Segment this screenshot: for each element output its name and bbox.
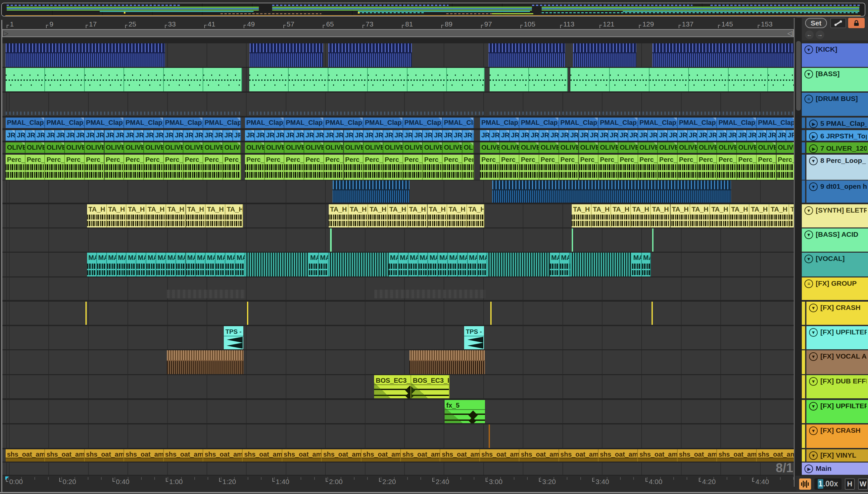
clip-cell-jr[interactable]: JR <box>265 130 275 141</box>
clip-cell-tah[interactable]: TA_H <box>730 204 750 227</box>
clip-cell-olive[interactable]: OLIVE <box>344 142 364 153</box>
clip-vocal-5[interactable] <box>487 253 550 277</box>
clip-cell-olive[interactable]: OLIVE <box>678 142 697 153</box>
clip-cell-jr[interactable]: JR <box>786 130 794 141</box>
clip-5-pmal-clap-2[interactable]: PMAL_Clap_PMAL_Clap_PMAL_Clap_PMAL_Clap_… <box>480 117 794 128</box>
collapse-caret-icon[interactable]: ▼ <box>809 426 818 435</box>
clip-cell-vinyl[interactable]: shs_oat_am <box>678 449 717 461</box>
clip-cell-bass[interactable] <box>249 68 289 91</box>
clip-cell-jr[interactable]: JR <box>403 130 413 141</box>
clip-bass-acid-2[interactable] <box>652 228 654 252</box>
track-header-vocal[interactable]: ▼[VOCAL] <box>802 253 868 277</box>
clip-cell-ma[interactable]: MA <box>468 253 478 277</box>
clip-cell-ma[interactable]: MA <box>196 253 206 277</box>
track-header-fx-crash[interactable]: ▼[FX] CRASH <box>806 302 868 325</box>
clip-cell-tah[interactable]: TA_H <box>166 204 186 227</box>
clip-cell-jr[interactable]: JR <box>618 130 628 141</box>
clip-cell-perc[interactable]: Perc_ <box>423 155 443 180</box>
clip-cell-clap[interactable]: PMAL_Clap_ <box>599 117 638 128</box>
clip-cell-olive[interactable]: OLIVE <box>144 142 164 153</box>
clip-cell-vinyl[interactable]: shs_oat_am <box>559 449 599 461</box>
clip-cell-jr[interactable]: JR <box>393 130 403 141</box>
clip-fx-upfilter-0[interactable]: fx_5 <box>445 400 485 423</box>
clip-cell-tah[interactable]: TA_H <box>592 204 612 227</box>
clip-cell-perc[interactable]: Perc_ <box>144 155 164 180</box>
clip-cell-jr[interactable]: JR <box>599 130 609 141</box>
clip-cell-bass[interactable] <box>45 68 84 91</box>
clip-cell-jr[interactable]: JR <box>75 130 85 141</box>
clip-cell-olive[interactable]: OLIVE <box>618 142 638 153</box>
clip-cell-bass[interactable] <box>368 68 407 91</box>
clip-cell-jr[interactable]: JR <box>85 130 95 141</box>
clip-cell-jr[interactable]: JR <box>579 130 589 141</box>
clip-cell-jr[interactable]: JR <box>275 130 285 141</box>
track-header-fx-crash[interactable]: ▼[FX] CRASH <box>806 424 868 448</box>
lock-button[interactable] <box>848 18 865 28</box>
clip-cell-ma[interactable]: MA <box>438 253 448 277</box>
track-header-synth-eletri[interactable]: ▼[SYNTH] ELETRI <box>802 204 868 227</box>
clip-cell-olive[interactable]: OLIVE <box>599 142 618 153</box>
clip-cell-jr[interactable]: JR <box>164 130 174 141</box>
clip-cell-perc[interactable]: Perc_ <box>124 155 144 180</box>
clip-cell-ma[interactable]: MA <box>408 253 419 277</box>
clip-cell-perc[interactable]: Perc_ <box>265 155 285 180</box>
clip-cell-perc[interactable]: Perc_ <box>579 155 599 180</box>
clip-cell-olive[interactable]: OLIVE <box>423 142 443 153</box>
clip-cell-tah[interactable]: TA_H <box>127 204 146 227</box>
lane-fx-crash[interactable] <box>1 302 794 325</box>
lane-vocal[interactable]: MAMAMAMAMAMAMAMAMAMAMAMAMAMAMAMAMAMAMAMA… <box>1 253 794 277</box>
clip-vocal-0[interactable]: MAMAMAMAMAMAMAMAMAMAMAMAMAMAMAMAMA <box>87 253 245 277</box>
clip-cell-jr[interactable]: JR <box>294 130 304 141</box>
clip-cell-jr[interactable]: JR <box>668 130 678 141</box>
clip-cell-ma[interactable]: MA <box>389 253 399 277</box>
clip-fx-crash-3[interactable] <box>652 302 653 325</box>
clip-cell-jr[interactable]: JR <box>708 130 717 141</box>
clip-cell-perc[interactable]: Perc_ <box>344 155 364 180</box>
clip-cell-olive[interactable]: OLIVE <box>559 142 579 153</box>
clip-cell-bass[interactable] <box>689 68 728 91</box>
clip-cell-ma[interactable]: MA <box>215 253 226 277</box>
clip-cell-jr[interactable]: JR <box>549 130 559 141</box>
clip-cell-bass[interactable] <box>489 68 529 91</box>
clip-cell-jr[interactable]: JR <box>648 130 658 141</box>
clip-cell-tah[interactable]: TA_H <box>750 204 769 227</box>
clip-cell-jr[interactable]: JR <box>569 130 579 141</box>
clip-cell-vinyl[interactable]: shs_oat_am <box>283 449 322 461</box>
clip-cell-jr[interactable]: JR <box>184 130 193 141</box>
track-header-bass-acid[interactable]: ▼[BASS] ACID <box>802 228 868 252</box>
clip-cell-jr[interactable]: JR <box>452 130 462 141</box>
collapse-caret-icon[interactable]: ▼ <box>805 230 813 239</box>
clip-cell-jr[interactable]: JR <box>688 130 697 141</box>
clip-cell-tah[interactable]: TA_H <box>769 204 789 227</box>
clip-cell-olive[interactable]: OLIVE <box>500 142 520 153</box>
track-header-kick[interactable]: ▼[KICK] <box>802 43 868 67</box>
track-header-fx-vinyl[interactable]: ▼[FX] VINYL <box>806 449 868 461</box>
clip-fx-dub-effe-1[interactable]: BOS_EC3_F <box>411 375 449 398</box>
clip-cell-ma[interactable]: MA <box>206 253 215 277</box>
track-header-fx-upfilter[interactable]: ▼[FX] UPFILTER <box>806 326 868 349</box>
clip-synth-eletri-2[interactable]: TA_HTA_HTA_HTA_HTA_HTA_HTA_HTA_HTA_HTA_H… <box>572 204 794 227</box>
clip-vocal-8[interactable]: MAMA <box>632 253 651 277</box>
lane-fx-crash[interactable] <box>1 424 794 448</box>
clip-fx-crash-0[interactable] <box>489 424 490 448</box>
clip-cell-vinyl[interactable]: shs_oat_am <box>164 449 203 461</box>
clip-cell-clap[interactable]: PMAL_Clap_ <box>203 117 241 128</box>
clip-cell-jr[interactable]: JR <box>95 130 104 141</box>
clip-cell-jr[interactable]: JR <box>114 130 124 141</box>
clip-vocal-7[interactable] <box>571 253 632 277</box>
clip-cell-tah[interactable]: TA_H <box>186 204 206 227</box>
clip-cell-clap[interactable]: PMAL_Clap_ <box>519 117 559 128</box>
clip-cell-olive[interactable]: OLIVE <box>717 142 737 153</box>
group-fold-icon[interactable]: ≡ <box>805 280 813 288</box>
clip-cell-clap[interactable]: PMAL_Clap_ <box>678 117 717 128</box>
clip-cell-olive[interactable]: OLIVE <box>383 142 403 153</box>
lane-5-pmal-clap[interactable]: PMAL_Clap_PMAL_Clap_PMAL_Clap_PMAL_Clap_… <box>1 117 794 128</box>
clip-cell-vinyl[interactable]: shs_oat_am <box>440 449 480 461</box>
clip-kick-1[interactable] <box>250 43 323 67</box>
clip-cell-olive[interactable]: OLIVE <box>45 142 65 153</box>
zoom-height-button[interactable]: H <box>845 478 855 490</box>
clip-cell-bass[interactable] <box>610 68 649 91</box>
clip-cell-olive[interactable]: OLIVE <box>203 142 223 153</box>
clip-cell-jr[interactable]: JR <box>638 130 648 141</box>
lane-6-jrpsth-top[interactable]: JRJRJRJRJRJRJRJRJRJRJRJRJRJRJRJRJRJRJRJR… <box>1 130 794 141</box>
